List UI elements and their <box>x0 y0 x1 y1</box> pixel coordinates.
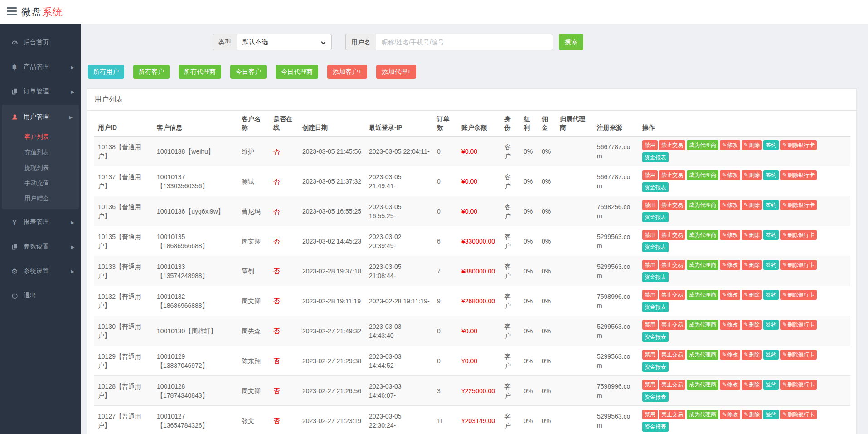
delete-button[interactable]: ✎删除 <box>742 290 762 300</box>
delete-bank-card-button[interactable]: ✎删除银行卡 <box>780 140 817 150</box>
edit-button[interactable]: ✎修改 <box>720 290 740 300</box>
delete-button[interactable]: ✎删除 <box>742 380 762 390</box>
edit-button[interactable]: ✎修改 <box>720 320 740 330</box>
forbid-trade-button[interactable]: 禁止交易 <box>659 380 685 390</box>
delete-bank-card-button[interactable]: ✎删除银行卡 <box>780 320 817 330</box>
username-input[interactable] <box>376 34 553 50</box>
delete-bank-card-button[interactable]: ✎删除银行卡 <box>780 260 817 270</box>
disable-button[interactable]: 禁用 <box>642 290 658 300</box>
type-select[interactable]: 默认不选 <box>237 34 332 50</box>
funds-report-button[interactable]: 资金报表 <box>642 422 669 432</box>
delete-bank-card-button[interactable]: ✎删除银行卡 <box>780 230 817 240</box>
delete-button[interactable]: ✎删除 <box>742 170 762 180</box>
sign-button[interactable]: 签约 <box>763 140 779 150</box>
add-customer-button[interactable]: 添加客户+ <box>327 65 367 79</box>
delete-bank-card-button[interactable]: ✎删除银行卡 <box>780 200 817 210</box>
forbid-trade-button[interactable]: 禁止交易 <box>659 260 685 270</box>
edit-button[interactable]: ✎修改 <box>720 140 740 150</box>
menu-toggle-icon[interactable] <box>7 7 18 17</box>
sidebar-item-orders[interactable]: 订单管理▶ <box>0 79 81 104</box>
funds-report-button[interactable]: 资金报表 <box>642 392 669 402</box>
delete-button[interactable]: ✎删除 <box>742 410 762 419</box>
forbid-trade-button[interactable]: 禁止交易 <box>659 170 685 180</box>
sidebar-subitem-withdraw-list[interactable]: 提现列表 <box>2 160 79 176</box>
disable-button[interactable]: 禁用 <box>642 380 658 390</box>
delete-button[interactable]: ✎删除 <box>742 140 762 150</box>
funds-report-button[interactable]: 资金报表 <box>642 152 669 162</box>
sidebar-item-reports[interactable]: ¥报表管理▶ <box>0 210 81 234</box>
become-agent-button[interactable]: 成为代理商 <box>687 230 718 240</box>
sign-button[interactable]: 签约 <box>763 200 779 210</box>
funds-report-button[interactable]: 资金报表 <box>642 302 669 312</box>
edit-button[interactable]: ✎修改 <box>720 380 740 390</box>
delete-button[interactable]: ✎删除 <box>742 200 762 210</box>
sidebar-subitem-customer-list[interactable]: 客户列表 <box>2 129 79 145</box>
sidebar-subitem-manual-recharge[interactable]: 手动充值 <box>2 176 79 191</box>
sidebar-item-system[interactable]: ⚙系统设置▶ <box>0 259 81 283</box>
disable-button[interactable]: 禁用 <box>642 320 658 330</box>
funds-report-button[interactable]: 资金报表 <box>642 272 669 282</box>
disable-button[interactable]: 禁用 <box>642 260 658 270</box>
delete-bank-card-button[interactable]: ✎删除银行卡 <box>780 410 817 419</box>
sidebar-subitem-recharge-list[interactable]: 充值列表 <box>2 145 79 160</box>
delete-bank-card-button[interactable]: ✎删除银行卡 <box>780 350 817 360</box>
edit-button[interactable]: ✎修改 <box>720 410 740 419</box>
delete-button[interactable]: ✎删除 <box>742 350 762 360</box>
delete-button[interactable]: ✎删除 <box>742 260 762 270</box>
sign-button[interactable]: 签约 <box>763 410 779 419</box>
sidebar-item-users[interactable]: 用户管理▶ <box>2 105 79 129</box>
edit-button[interactable]: ✎修改 <box>720 230 740 240</box>
become-agent-button[interactable]: 成为代理商 <box>687 410 718 419</box>
delete-button[interactable]: ✎删除 <box>742 230 762 240</box>
sidebar-item-logout[interactable]: 退出 <box>0 283 81 308</box>
become-agent-button[interactable]: 成为代理商 <box>687 350 718 360</box>
delete-button[interactable]: ✎删除 <box>742 320 762 330</box>
sign-button[interactable]: 签约 <box>763 290 779 300</box>
sidebar-subitem-user-bonus[interactable]: 用户赠金 <box>2 191 79 206</box>
funds-report-button[interactable]: 资金报表 <box>642 362 669 372</box>
today-customers-button[interactable]: 今日客户 <box>230 65 267 79</box>
disable-button[interactable]: 禁用 <box>642 230 658 240</box>
sidebar-item-dashboard[interactable]: 后台首页 <box>0 30 81 55</box>
become-agent-button[interactable]: 成为代理商 <box>687 290 718 300</box>
all-customers-button[interactable]: 所有客户 <box>133 65 170 79</box>
sidebar-item-params[interactable]: 参数设置▶ <box>0 234 81 259</box>
search-button[interactable]: 搜索 <box>559 34 583 50</box>
disable-button[interactable]: 禁用 <box>642 140 658 150</box>
funds-report-button[interactable]: 资金报表 <box>642 212 669 222</box>
become-agent-button[interactable]: 成为代理商 <box>687 320 718 330</box>
forbid-trade-button[interactable]: 禁止交易 <box>659 200 685 210</box>
delete-bank-card-button[interactable]: ✎删除银行卡 <box>780 380 817 390</box>
funds-report-button[interactable]: 资金报表 <box>642 182 669 192</box>
all-agents-button[interactable]: 所有代理商 <box>179 65 221 79</box>
delete-bank-card-button[interactable]: ✎删除银行卡 <box>780 290 817 300</box>
sign-button[interactable]: 签约 <box>763 350 779 360</box>
sign-button[interactable]: 签约 <box>763 380 779 390</box>
become-agent-button[interactable]: 成为代理商 <box>687 140 718 150</box>
sidebar-item-products[interactable]: ฿产品管理▶ <box>0 55 81 79</box>
disable-button[interactable]: 禁用 <box>642 350 658 360</box>
add-agent-button[interactable]: 添加代理+ <box>376 65 416 79</box>
edit-button[interactable]: ✎修改 <box>720 200 740 210</box>
funds-report-button[interactable]: 资金报表 <box>642 332 669 342</box>
all-users-button[interactable]: 所有用户 <box>88 65 124 79</box>
forbid-trade-button[interactable]: 禁止交易 <box>659 320 685 330</box>
become-agent-button[interactable]: 成为代理商 <box>687 170 718 180</box>
edit-button[interactable]: ✎修改 <box>720 170 740 180</box>
become-agent-button[interactable]: 成为代理商 <box>687 200 718 210</box>
forbid-trade-button[interactable]: 禁止交易 <box>659 230 685 240</box>
forbid-trade-button[interactable]: 禁止交易 <box>659 140 685 150</box>
sign-button[interactable]: 签约 <box>763 230 779 240</box>
funds-report-button[interactable]: 资金报表 <box>642 242 669 252</box>
become-agent-button[interactable]: 成为代理商 <box>687 260 718 270</box>
sign-button[interactable]: 签约 <box>763 260 779 270</box>
sign-button[interactable]: 签约 <box>763 320 779 330</box>
disable-button[interactable]: 禁用 <box>642 170 658 180</box>
today-agents-button[interactable]: 今日代理商 <box>276 65 318 79</box>
become-agent-button[interactable]: 成为代理商 <box>687 380 718 390</box>
delete-bank-card-button[interactable]: ✎删除银行卡 <box>780 170 817 180</box>
disable-button[interactable]: 禁用 <box>642 410 658 419</box>
disable-button[interactable]: 禁用 <box>642 200 658 210</box>
edit-button[interactable]: ✎修改 <box>720 260 740 270</box>
forbid-trade-button[interactable]: 禁止交易 <box>659 350 685 360</box>
